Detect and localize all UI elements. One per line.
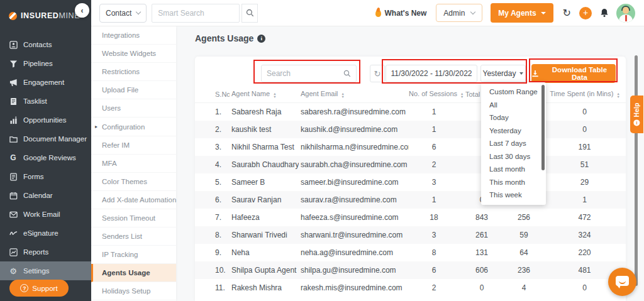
support-button[interactable]: ? Support: [9, 280, 69, 297]
subsidebar-item-label: Agents Usage: [102, 269, 150, 276]
period-dropdown-options: Custom RangeAllTodayYesterdayLast 7 days…: [481, 85, 546, 202]
info-icon[interactable]: i: [257, 35, 265, 43]
settings-icon: ⚙: [9, 266, 18, 275]
sort-icon[interactable]: ▴▾: [617, 92, 619, 98]
column-header-agent-email[interactable]: Agent Email ▴▾: [299, 90, 409, 97]
period-option-last-30-days[interactable]: Last 30 days: [481, 150, 546, 163]
search-icon: [246, 9, 254, 17]
subsidebar-item-label: Configuration: [102, 123, 145, 131]
subsidebar-item-restrictions[interactable]: Restrictions: [91, 63, 176, 81]
caret-down-icon: [519, 72, 523, 75]
sidebar-item-opportunities[interactable]: Opportunities: [0, 111, 91, 129]
cell-sno: 4.: [195, 160, 230, 169]
column-header-no-of-sessions[interactable]: No. of Sessions ▴▾: [409, 90, 459, 97]
cell-sno: 6.: [195, 195, 230, 204]
subsidebar-item-users[interactable]: Users: [91, 99, 176, 118]
sidebar-item-tasklist[interactable]: Tasklist: [0, 92, 91, 111]
cell-email: saurabh.cha@insuredmine.com: [299, 160, 409, 169]
period-option-yesterday[interactable]: Yesterday: [481, 124, 546, 138]
sidebar-item-engagement[interactable]: Engagement: [0, 73, 91, 92]
sidebar-item-label: Calendar: [23, 192, 53, 199]
sidebar-item-label: Settings: [23, 267, 50, 275]
subsidebar-item-holidays-setup[interactable]: Holidays Setup: [91, 282, 176, 300]
subsidebar-item-configuration[interactable]: ▸Configuration: [91, 118, 176, 136]
cell-name: Sameer B: [230, 178, 299, 187]
sidebar-item-esignature[interactable]: eSignature: [0, 224, 91, 243]
cell-col5: 256: [504, 213, 543, 222]
cell-col5: 64: [504, 248, 543, 257]
contact-type-select[interactable]: Contact: [99, 4, 147, 23]
help-tab[interactable]: i Help: [630, 96, 643, 133]
sidebar-item-calendar[interactable]: Calendar: [0, 186, 91, 205]
cell-sno: 2.: [195, 125, 230, 134]
add-button[interactable]: +: [579, 7, 592, 19]
column-header-time-spent-in-mins-[interactable]: Time Spent (in Mins) ▴▾: [543, 90, 626, 97]
cell-name: Neha: [230, 248, 299, 257]
page-scrollbar[interactable]: [635, 55, 638, 286]
subsidebar-item-label: Upload File: [102, 86, 138, 94]
subsidebar-item-senders-list[interactable]: Senders List: [91, 227, 176, 246]
subsidebar-item-integrations[interactable]: Integrations: [91, 26, 176, 45]
subsidebar-item-label: MFA: [102, 160, 117, 167]
period-option-this-month[interactable]: This month: [481, 176, 546, 189]
column-header-agent-name[interactable]: Agent Name ▴▾: [230, 90, 299, 97]
cell-name: Hafeeza: [230, 213, 299, 222]
sort-icon[interactable]: ▴▾: [341, 92, 343, 98]
sidebar-item-contacts[interactable]: Contacts: [0, 35, 91, 54]
table-search-input[interactable]: Search: [261, 65, 357, 82]
subsidebar-item-color-themes[interactable]: Color Themes: [91, 173, 176, 191]
period-option-today[interactable]: Today: [481, 111, 546, 124]
period-option-custom-range[interactable]: Custom Range: [481, 85, 546, 99]
my-agents-label: My Agents: [498, 9, 536, 18]
sidebar-item-label: Engagement: [23, 79, 64, 86]
subsidebar-item-refer-im[interactable]: Refer IM: [91, 136, 176, 155]
dropdown-scrollbar[interactable]: [541, 85, 545, 170]
download-table-data-button[interactable]: Download Table Data: [531, 64, 616, 83]
cell-sno: 9.: [195, 248, 230, 257]
subsidebar-item-upload-file[interactable]: Upload File: [91, 81, 176, 99]
sidebar-item-work-email[interactable]: Work Email: [0, 205, 91, 224]
sidebar-item-reports[interactable]: Reports: [0, 243, 91, 261]
sidebar-item-pipelines[interactable]: Pipelines: [0, 54, 91, 73]
column-header-s-no-: S.No.: [195, 90, 230, 98]
smart-search-input[interactable]: [152, 4, 240, 23]
subsidebar-item-mfa[interactable]: MFA: [91, 155, 176, 173]
sidebar-item-forms[interactable]: Forms: [0, 167, 91, 186]
whats-new-link[interactable]: What's New: [375, 9, 426, 18]
whats-new-label: What's New: [384, 9, 426, 18]
refresh-icon[interactable]: ↻: [563, 8, 571, 18]
period-option-last-month[interactable]: Last month: [481, 163, 546, 176]
period-option-all[interactable]: All: [481, 99, 546, 112]
cell-sessions: 3: [409, 231, 459, 239]
period-option-this-week[interactable]: This week: [481, 189, 546, 202]
table-row: 11.Rakesh Mishrarakesh.mis@insuredmine.c…: [195, 279, 626, 297]
search-button[interactable]: [242, 4, 258, 23]
subsidebar-item-session-timeout[interactable]: Session Timeout: [91, 209, 176, 227]
subsidebar-item-website-widgets[interactable]: Website Widgets: [91, 45, 176, 63]
subsidebar-item-agents-usage[interactable]: Agents Usage: [91, 264, 176, 282]
sort-icon[interactable]: ▴▾: [274, 92, 275, 98]
cell-email: shilpa.gu@insuredmine.com: [299, 266, 409, 275]
sidebar-item-google-reviews[interactable]: GGoogle Reviews: [0, 148, 91, 167]
subsidebar-item-label: Users: [102, 104, 121, 112]
notifications-bell-icon[interactable]: [600, 8, 609, 18]
cell-sno: 11.: [195, 283, 230, 292]
table-refresh-button[interactable]: ↻: [370, 65, 385, 82]
subsidebar-item-ip-tracking[interactable]: IP Tracking: [91, 246, 176, 264]
brand-name-bold: INSURED: [21, 11, 58, 20]
sidebar-collapse-button[interactable]: ‹: [75, 3, 89, 18]
sidebar-item-document-manager[interactable]: Document Manager: [0, 129, 91, 148]
sidebar-item-settings[interactable]: ⚙Settings: [0, 261, 91, 280]
cell-total_a: 261: [459, 231, 504, 239]
period-option-last-7-days[interactable]: Last 7 days: [481, 137, 546, 150]
download-icon: [531, 70, 539, 77]
user-avatar[interactable]: [616, 4, 635, 23]
my-agents-button[interactable]: My Agents: [491, 3, 553, 23]
subsidebar-item-label: IP Tracking: [102, 251, 138, 258]
subsidebar-item-add-x-date-automation[interactable]: Add X-date Automation: [91, 191, 176, 209]
document-manager-icon: [9, 134, 18, 143]
period-select-button[interactable]: Yesterday: [480, 65, 526, 82]
chat-widget-button[interactable]: [608, 268, 636, 296]
date-range-input[interactable]: 11/30/2022 - 11/30/2022: [386, 65, 477, 82]
admin-role-select[interactable]: Admin: [436, 4, 482, 22]
